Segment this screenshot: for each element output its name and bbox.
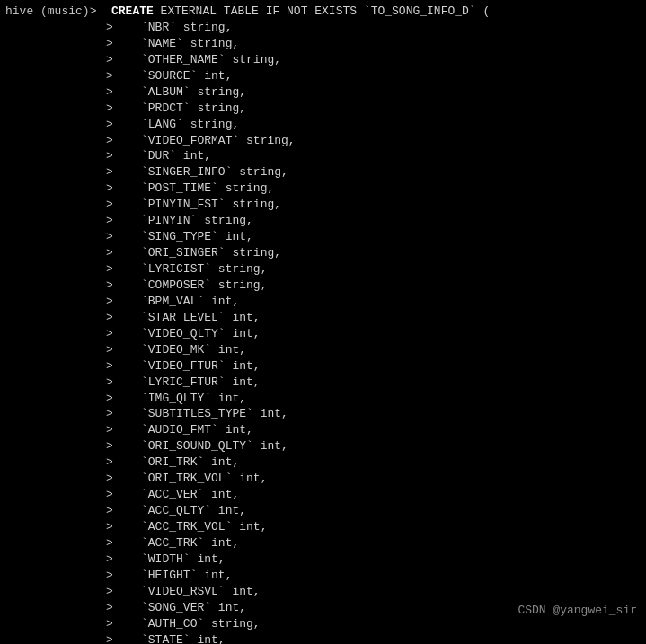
line-content: `ORI_TRK_VOL` int,: [113, 471, 641, 487]
prompt: >: [5, 519, 113, 535]
prompt: >: [5, 229, 113, 245]
line-content: `VIDEO_FTUR` int,: [113, 358, 641, 375]
line-content: CREATE EXTERNAL TABLE IF NOT EXISTS `TO_…: [111, 4, 641, 20]
line-content: `ACC_TRK` int,: [113, 535, 641, 551]
terminal-line: > `ACC_TRK_VOL` int,: [5, 519, 641, 535]
line-content: `STAR_LEVEL` int,: [113, 310, 641, 326]
terminal-line: > `OTHER_NAME` string,: [5, 52, 641, 68]
line-content: `PINYIN` string,: [113, 213, 641, 229]
line-content: `SOURCE` int,: [113, 68, 641, 84]
terminal-line: > `SUBTITLES_TYPE` int,: [5, 406, 641, 422]
line-content: `STATE` int,: [113, 632, 641, 644]
line-content: `HEIGHT` int,: [113, 568, 641, 584]
prompt: >: [5, 181, 113, 197]
terminal-line: > `ORI_SOUND_QLTY` int,: [5, 438, 641, 454]
line-content: `VIDEO_QLTY` int,: [113, 326, 641, 342]
prompt: >: [5, 406, 113, 422]
line-content: `PINYIN_FST` string,: [113, 197, 641, 213]
terminal-line: > `STATE` int,: [5, 632, 641, 644]
line-content: `WIDTH` int,: [113, 551, 641, 568]
terminal-line: > `ACC_TRK` int,: [5, 535, 641, 551]
line-content: `ACC_TRK_VOL` int,: [113, 519, 641, 535]
prompt: >: [5, 422, 113, 438]
terminal-line: > `NAME` string,: [5, 36, 641, 52]
line-content: `SING_TYPE` int,: [113, 229, 641, 245]
prompt: >: [5, 84, 113, 101]
terminal-line: > `PINYIN_FST` string,: [5, 197, 641, 213]
prompt: hive (music)>: [5, 4, 111, 20]
prompt: >: [5, 68, 113, 84]
prompt: >: [5, 454, 113, 471]
line-content: `ACC_VER` int,: [113, 487, 641, 503]
prompt: >: [5, 117, 113, 133]
terminal-line: > `ORI_SINGER` string,: [5, 245, 641, 261]
terminal-line: > `VIDEO_RSVL` int,: [5, 584, 641, 600]
terminal-line: > `VIDEO_QLTY` int,: [5, 326, 641, 342]
prompt: >: [5, 503, 113, 519]
prompt: >: [5, 164, 113, 181]
terminal-line: > `SOURCE` int,: [5, 68, 641, 84]
prompt: >: [5, 471, 113, 487]
prompt: >: [5, 52, 113, 68]
line-content: `BPM_VAL` int,: [113, 294, 641, 310]
terminal-line: > `VIDEO_FTUR` int,: [5, 358, 641, 375]
terminal-line: > `VIDEO_MK` int,: [5, 342, 641, 358]
terminal-line: > `ALBUM` string,: [5, 84, 641, 101]
watermark: CSDN @yangwei_sir: [518, 604, 637, 617]
prompt: >: [5, 261, 113, 278]
line-content: `AUTH_CO` string,: [113, 616, 641, 632]
terminal-line: > `ORI_TRK` int,: [5, 454, 641, 471]
terminal-line: > `DUR` int,: [5, 148, 641, 164]
prompt: >: [5, 632, 113, 644]
prompt: >: [5, 535, 113, 551]
prompt: >: [5, 213, 113, 229]
terminal-line: > `NBR` string,: [5, 20, 641, 36]
line-content: `AUDIO_FMT` int,: [113, 422, 641, 438]
terminal-line: > `AUTH_CO` string,: [5, 616, 641, 632]
terminal-line: > `COMPOSER` string,: [5, 278, 641, 294]
line-content: `ORI_TRK` int,: [113, 454, 641, 471]
line-content: `POST_TIME` string,: [113, 181, 641, 197]
prompt: >: [5, 551, 113, 568]
prompt: >: [5, 487, 113, 503]
line-content: `SINGER_INFO` string,: [113, 164, 641, 181]
line-content: `ORI_SOUND_QLTY` int,: [113, 438, 641, 454]
prompt: >: [5, 342, 113, 358]
prompt: >: [5, 584, 113, 600]
line-content: `VIDEO_MK` int,: [113, 342, 641, 358]
line-content: `NBR` string,: [113, 20, 641, 36]
prompt: >: [5, 375, 113, 391]
terminal-line: > `POST_TIME` string,: [5, 181, 641, 197]
prompt: >: [5, 133, 113, 149]
terminal-line: > `HEIGHT` int,: [5, 568, 641, 584]
terminal-line: > `LYRIC_FTUR` int,: [5, 375, 641, 391]
prompt: >: [5, 358, 113, 375]
line-content: `NAME` string,: [113, 36, 641, 52]
prompt: >: [5, 197, 113, 213]
line-content: `DUR` int,: [113, 148, 641, 164]
prompt: >: [5, 294, 113, 310]
line-content: `OTHER_NAME` string,: [113, 52, 641, 68]
terminal[interactable]: hive (music)>CREATE EXTERNAL TABLE IF NO…: [0, 0, 646, 644]
line-content: `ORI_SINGER` string,: [113, 245, 641, 261]
terminal-line: > `LYRICIST` string,: [5, 261, 641, 278]
line-content: `ALBUM` string,: [113, 84, 641, 101]
prompt: >: [5, 148, 113, 164]
line-content: `LYRICIST` string,: [113, 261, 641, 278]
prompt: >: [5, 391, 113, 407]
prompt: >: [5, 101, 113, 117]
terminal-line: > `ACC_VER` int,: [5, 487, 641, 503]
prompt: >: [5, 278, 113, 294]
terminal-line: > `AUDIO_FMT` int,: [5, 422, 641, 438]
terminal-line: > `VIDEO_FORMAT` string,: [5, 133, 641, 149]
prompt: >: [5, 600, 113, 616]
terminal-line: > `WIDTH` int,: [5, 551, 641, 568]
terminal-line: > `SINGER_INFO` string,: [5, 164, 641, 181]
prompt: >: [5, 568, 113, 584]
terminal-line: > `ACC_QLTY` int,: [5, 503, 641, 519]
prompt: >: [5, 310, 113, 326]
terminal-line: > `PRDCT` string,: [5, 101, 641, 117]
terminal-line: > `BPM_VAL` int,: [5, 294, 641, 310]
prompt: >: [5, 438, 113, 454]
line-content: `COMPOSER` string,: [113, 278, 641, 294]
